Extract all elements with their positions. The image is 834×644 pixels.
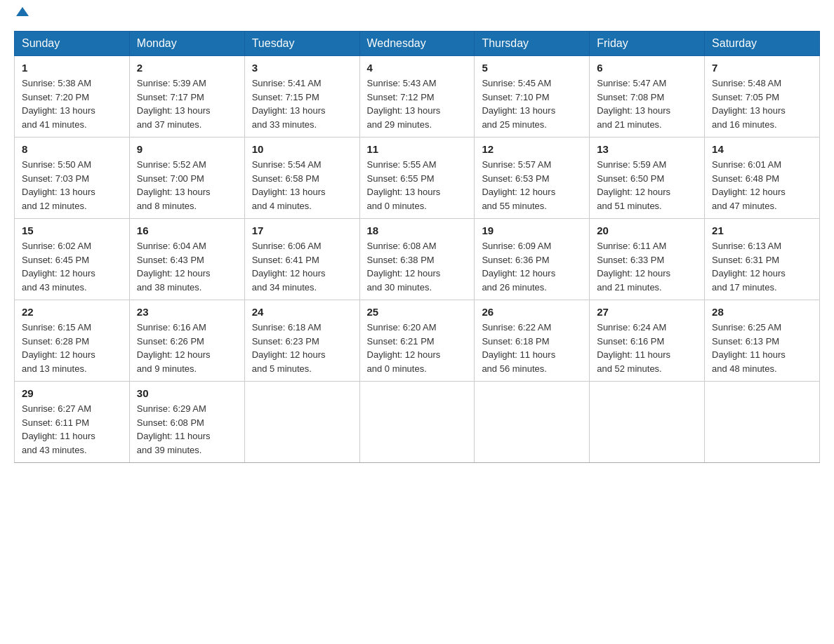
day-info: Sunrise: 5:57 AMSunset: 6:53 PMDaylight:… <box>482 158 582 213</box>
day-info: Sunrise: 5:47 AMSunset: 7:08 PMDaylight:… <box>597 76 697 131</box>
day-number: 24 <box>252 306 352 318</box>
calendar-cell: 4Sunrise: 5:43 AMSunset: 7:12 PMDaylight… <box>359 56 475 137</box>
calendar-cell: 30Sunrise: 6:29 AMSunset: 6:08 PMDayligh… <box>129 382 244 463</box>
day-number: 1 <box>22 62 122 74</box>
calendar-cell: 17Sunrise: 6:06 AMSunset: 6:41 PMDayligh… <box>244 219 359 300</box>
day-info: Sunrise: 6:02 AMSunset: 6:45 PMDaylight:… <box>22 239 122 294</box>
calendar-week-row: 1Sunrise: 5:38 AMSunset: 7:20 PMDaylight… <box>15 56 820 137</box>
day-info: Sunrise: 6:20 AMSunset: 6:21 PMDaylight:… <box>367 321 468 375</box>
calendar-week-row: 22Sunrise: 6:15 AMSunset: 6:28 PMDayligh… <box>15 300 820 382</box>
day-info: Sunrise: 6:29 AMSunset: 6:08 PMDaylight:… <box>137 402 237 457</box>
day-info: Sunrise: 6:16 AMSunset: 6:26 PMDaylight:… <box>137 321 237 375</box>
day-info: Sunrise: 6:22 AMSunset: 6:18 PMDaylight:… <box>482 321 582 375</box>
day-number: 16 <box>137 224 237 236</box>
day-number: 8 <box>22 143 122 155</box>
day-info: Sunrise: 6:09 AMSunset: 6:36 PMDaylight:… <box>482 239 582 294</box>
calendar-cell: 26Sunrise: 6:22 AMSunset: 6:18 PMDayligh… <box>475 300 590 382</box>
day-number: 5 <box>482 62 582 74</box>
day-info: Sunrise: 5:52 AMSunset: 7:00 PMDaylight:… <box>137 158 237 213</box>
day-info: Sunrise: 6:11 AMSunset: 6:33 PMDaylight:… <box>597 239 697 294</box>
calendar-cell: 7Sunrise: 5:48 AMSunset: 7:05 PMDaylight… <box>705 56 820 137</box>
calendar-cell: 9Sunrise: 5:52 AMSunset: 7:00 PMDaylight… <box>129 137 244 219</box>
day-number: 11 <box>367 143 468 155</box>
calendar-cell: 3Sunrise: 5:41 AMSunset: 7:15 PMDaylight… <box>244 56 359 137</box>
calendar-cell: 11Sunrise: 5:55 AMSunset: 6:55 PMDayligh… <box>359 137 475 219</box>
day-info: Sunrise: 6:18 AMSunset: 6:23 PMDaylight:… <box>252 321 352 375</box>
calendar-cell <box>244 382 359 463</box>
calendar-cell: 6Sunrise: 5:47 AMSunset: 7:08 PMDaylight… <box>590 56 705 137</box>
calendar-cell: 14Sunrise: 6:01 AMSunset: 6:48 PMDayligh… <box>705 137 820 219</box>
day-number: 26 <box>482 306 582 318</box>
day-number: 6 <box>597 62 697 74</box>
day-info: Sunrise: 5:59 AMSunset: 6:50 PMDaylight:… <box>597 158 697 213</box>
day-number: 17 <box>252 224 352 236</box>
day-number: 21 <box>712 224 812 236</box>
day-number: 23 <box>137 306 237 318</box>
calendar-cell: 21Sunrise: 6:13 AMSunset: 6:31 PMDayligh… <box>705 219 820 300</box>
day-info: Sunrise: 6:27 AMSunset: 6:11 PMDaylight:… <box>22 402 122 457</box>
day-number: 27 <box>597 306 697 318</box>
day-info: Sunrise: 6:04 AMSunset: 6:43 PMDaylight:… <box>137 239 237 294</box>
day-number: 20 <box>597 224 697 236</box>
day-info: Sunrise: 5:41 AMSunset: 7:15 PMDaylight:… <box>252 76 352 131</box>
header-sunday: Sunday <box>15 32 130 56</box>
calendar-week-row: 8Sunrise: 5:50 AMSunset: 7:03 PMDaylight… <box>15 137 820 219</box>
day-info: Sunrise: 5:45 AMSunset: 7:10 PMDaylight:… <box>482 76 582 131</box>
day-number: 18 <box>367 224 468 236</box>
page-header <box>14 14 820 17</box>
day-number: 13 <box>597 143 697 155</box>
day-number: 19 <box>482 224 582 236</box>
header-friday: Friday <box>590 32 705 56</box>
calendar-cell: 29Sunrise: 6:27 AMSunset: 6:11 PMDayligh… <box>15 382 130 463</box>
day-info: Sunrise: 5:48 AMSunset: 7:05 PMDaylight:… <box>712 76 812 131</box>
day-number: 2 <box>137 62 237 74</box>
day-info: Sunrise: 6:08 AMSunset: 6:38 PMDaylight:… <box>367 239 468 294</box>
calendar-cell: 10Sunrise: 5:54 AMSunset: 6:58 PMDayligh… <box>244 137 359 219</box>
header-monday: Monday <box>129 32 244 56</box>
day-info: Sunrise: 6:15 AMSunset: 6:28 PMDaylight:… <box>22 321 122 375</box>
header-saturday: Saturday <box>705 32 820 56</box>
calendar-cell: 18Sunrise: 6:08 AMSunset: 6:38 PMDayligh… <box>359 219 475 300</box>
calendar-week-row: 29Sunrise: 6:27 AMSunset: 6:11 PMDayligh… <box>15 382 820 463</box>
day-info: Sunrise: 6:25 AMSunset: 6:13 PMDaylight:… <box>712 321 812 375</box>
calendar-cell <box>590 382 705 463</box>
day-info: Sunrise: 6:06 AMSunset: 6:41 PMDaylight:… <box>252 239 352 294</box>
calendar-cell: 23Sunrise: 6:16 AMSunset: 6:26 PMDayligh… <box>129 300 244 382</box>
day-number: 9 <box>137 143 237 155</box>
day-info: Sunrise: 6:01 AMSunset: 6:48 PMDaylight:… <box>712 158 812 213</box>
calendar-cell: 27Sunrise: 6:24 AMSunset: 6:16 PMDayligh… <box>590 300 705 382</box>
day-number: 10 <box>252 143 352 155</box>
calendar-cell: 20Sunrise: 6:11 AMSunset: 6:33 PMDayligh… <box>590 219 705 300</box>
day-info: Sunrise: 5:39 AMSunset: 7:17 PMDaylight:… <box>137 76 237 131</box>
day-number: 14 <box>712 143 812 155</box>
calendar-cell: 25Sunrise: 6:20 AMSunset: 6:21 PMDayligh… <box>359 300 475 382</box>
day-info: Sunrise: 5:54 AMSunset: 6:58 PMDaylight:… <box>252 158 352 213</box>
calendar-cell <box>359 382 475 463</box>
calendar-cell: 2Sunrise: 5:39 AMSunset: 7:17 PMDaylight… <box>129 56 244 137</box>
day-number: 7 <box>712 62 812 74</box>
calendar-cell <box>705 382 820 463</box>
calendar-cell: 16Sunrise: 6:04 AMSunset: 6:43 PMDayligh… <box>129 219 244 300</box>
weekday-header-row: Sunday Monday Tuesday Wednesday Thursday… <box>15 32 820 56</box>
calendar-cell: 1Sunrise: 5:38 AMSunset: 7:20 PMDaylight… <box>15 56 130 137</box>
day-number: 22 <box>22 306 122 318</box>
calendar-cell: 15Sunrise: 6:02 AMSunset: 6:45 PMDayligh… <box>15 219 130 300</box>
day-number: 4 <box>367 62 468 74</box>
day-number: 29 <box>22 387 122 399</box>
day-number: 25 <box>367 306 468 318</box>
calendar-cell: 13Sunrise: 5:59 AMSunset: 6:50 PMDayligh… <box>590 137 705 219</box>
day-info: Sunrise: 6:24 AMSunset: 6:16 PMDaylight:… <box>597 321 697 375</box>
calendar-cell: 22Sunrise: 6:15 AMSunset: 6:28 PMDayligh… <box>15 300 130 382</box>
calendar-cell: 8Sunrise: 5:50 AMSunset: 7:03 PMDaylight… <box>15 137 130 219</box>
day-info: Sunrise: 6:13 AMSunset: 6:31 PMDaylight:… <box>712 239 812 294</box>
calendar-table: Sunday Monday Tuesday Wednesday Thursday… <box>14 31 820 463</box>
header-wednesday: Wednesday <box>359 32 475 56</box>
day-number: 12 <box>482 143 582 155</box>
calendar-cell: 24Sunrise: 6:18 AMSunset: 6:23 PMDayligh… <box>244 300 359 382</box>
day-number: 3 <box>252 62 352 74</box>
logo-triangle-icon <box>16 7 29 16</box>
day-info: Sunrise: 5:38 AMSunset: 7:20 PMDaylight:… <box>22 76 122 131</box>
header-tuesday: Tuesday <box>244 32 359 56</box>
day-info: Sunrise: 5:55 AMSunset: 6:55 PMDaylight:… <box>367 158 468 213</box>
calendar-cell <box>475 382 590 463</box>
